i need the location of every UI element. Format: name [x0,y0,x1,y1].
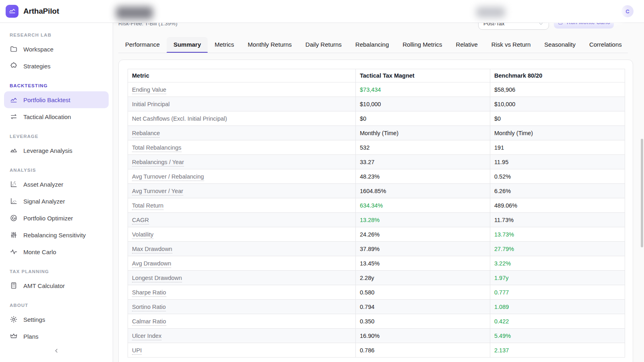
sidebar-nav: RESEARCH LAB Workspace Strategies BACKTE… [0,23,113,342]
tab-correlations[interactable]: Correlations [582,37,628,53]
user-avatar[interactable]: C [621,5,634,17]
app-title: ArthaPilot [23,7,59,16]
table-body: Ending Value $73,434 $58,906 Initial Pri… [128,82,625,358]
tab-monthly-returns[interactable]: Monthly Returns [241,37,299,53]
sidebar-item-portfolio-backtest[interactable]: Portfolio Backtest [4,91,109,108]
sidebar-item-label: Portfolio Optimizer [23,215,73,222]
metric-label-upi[interactable]: UPI [132,347,142,355]
strategy-value-cell: 0.794 [356,300,490,314]
tab-rebalancing[interactable]: Rebalancing [349,37,396,53]
tab-metrics[interactable]: Metrics [208,37,241,53]
strategy-value-cell: 634.34% [356,198,490,213]
table-row: CAGR 13.28% 11.73% [128,213,625,227]
vertical-scrollbar-thumb[interactable] [641,139,643,247]
tab-bar: Performance Summary Metrics Monthly Retu… [118,37,628,53]
tab-rolling-metrics[interactable]: Rolling Metrics [396,37,449,53]
metric-label-sortino-ratio[interactable]: Sortino Ratio [132,304,166,311]
benchmark-value-cell: 0.52% [490,169,625,184]
metric-cell: Total Rebalancings [128,140,356,155]
metric-label-rebalance[interactable]: Rebalance [132,130,160,138]
sidebar-item-asset-analyzer[interactable]: Asset Analyzer [4,176,109,193]
table-row: Initial Principal $10,000 $10,000 [128,97,625,111]
sidebar-item-plans[interactable]: Plans [4,328,109,342]
sidebar-item-amt-calculator[interactable]: AMT Calculator [4,277,109,294]
sidebar-section-heading: ANALYSIS [0,168,113,173]
tab-performance[interactable]: Performance [118,37,167,53]
benchmark-value-cell: Monthly (Time) [490,126,625,140]
table-row: UPI 0.786 2.137 [128,343,625,358]
sidebar-item-label: Workspace [23,46,54,53]
sidebar: RESEARCH LAB Workspace Strategies BACKTE… [0,23,113,362]
metric-cell: Ulcer Index [128,329,356,343]
optimizer-swirl-icon [10,214,18,222]
metric-label-avg-turnover-year[interactable]: Avg Turnover / Year [132,188,183,195]
scatter-chart-icon [10,180,18,188]
metric-cell: Ending Value [128,82,356,97]
benchmark-value-cell: 3.22% [490,256,625,271]
sidebar-item-strategies[interactable]: Strategies [4,58,109,74]
benchmark-value-cell: 489.06% [490,198,625,213]
pulse-icon [10,248,18,256]
sidebar-item-leverage-analysis[interactable]: Leverage Analysis [4,142,109,159]
sidebar-item-tactical-allocation[interactable]: Tactical Allocation [4,108,109,125]
sidebar-item-monte-carlo[interactable]: Monte Carlo [4,243,109,260]
sidebar-item-signal-analyzer[interactable]: Signal Analyzer [4,193,109,210]
sidebar-item-label: Strategies [23,63,51,70]
table-row: Total Rebalancings 532 191 [128,140,625,155]
metric-label-sharpe-ratio[interactable]: Sharpe Ratio [132,289,166,297]
benchmark-value-cell: 2.137 [490,343,625,358]
sidebar-collapse-button[interactable] [50,345,62,357]
table-row: Avg Turnover / Rebalancing 48.23% 0.52% [128,169,625,184]
metric-cell: UPI [128,343,356,358]
benchmark-value-cell: 27.79% [490,242,625,256]
table-row: Total Return 634.34% 489.06% [128,198,625,213]
metric-label-net-cashflows-excl-initial-principal[interactable]: Net Cashflows (Excl. Initial Principal) [132,115,227,122]
chart-line-icon [8,7,16,16]
chart-line-icon [10,96,18,104]
sidebar-item-rebalancing-sensitivity[interactable]: Rebalancing Sensitivity [4,226,109,243]
tab-summary[interactable]: Summary [167,37,208,53]
column-header-metric: Metric [128,69,356,82]
strategy-value-cell: 33.27 [356,155,490,169]
benchmark-value-cell: 0.777 [490,285,625,300]
sidebar-section-heading: BACKTESTING [0,83,113,88]
metric-cell: Rebalancings / Year [128,155,356,169]
benchmark-value-cell: $58,906 [490,82,625,97]
metric-label-rebalancings-year[interactable]: Rebalancings / Year [132,159,184,167]
benchmark-value-cell: 6.26% [490,184,625,198]
metric-label-volatility[interactable]: Volatility [132,231,153,239]
metric-label-initial-principal[interactable]: Initial Principal [132,101,170,107]
histogram-icon [10,197,18,205]
strategy-value-cell: $0 [356,111,490,126]
metric-label-total-return[interactable]: Total Return [132,202,163,210]
sidebar-item-portfolio-optimizer[interactable]: Portfolio Optimizer [4,210,109,226]
strategy-value-cell: 0.580 [356,285,490,300]
metric-label-ending-value[interactable]: Ending Value [132,86,166,94]
metric-label-total-rebalancings[interactable]: Total Rebalancings [132,144,182,152]
benchmark-value-cell: 5.49% [490,329,625,343]
strategy-value-cell: 24.26% [356,227,490,242]
metric-cell: Rebalance [128,126,356,140]
sidebar-section-heading: ABOUT [0,303,113,308]
tab-risk-vs-return[interactable]: Risk vs Return [485,37,538,53]
metric-label-max-drawdown[interactable]: Max Drawdown [132,246,172,253]
benchmark-value-cell: 1.089 [490,300,625,314]
tab-daily-returns[interactable]: Daily Returns [299,37,349,53]
table-row: Rebalancings / Year 33.27 11.95 [128,155,625,169]
sidebar-item-label: AMT Calculator [23,282,65,289]
metric-label-cagr[interactable]: CAGR [132,217,149,224]
sidebar-item-workspace[interactable]: Workspace [4,41,109,58]
metric-label-longest-drawdown[interactable]: Longest Drawdown [132,275,182,282]
metric-label-avg-turnover-rebalancing[interactable]: Avg Turnover / Rebalancing [132,173,204,181]
sidebar-item-settings[interactable]: Settings [4,311,109,328]
strategy-value-cell: 0.350 [356,314,490,329]
metric-label-calmar-ratio[interactable]: Calmar Ratio [132,318,166,326]
metric-label-avg-drawdown[interactable]: Avg Drawdown [132,260,171,268]
puzzle-icon [10,62,18,70]
metric-cell: Sharpe Ratio [128,285,356,300]
tab-seasonality[interactable]: Seasonality [537,37,582,53]
metric-cell: Avg Drawdown [128,256,356,271]
benchmark-value-cell: $0 [490,111,625,126]
tab-relative[interactable]: Relative [449,37,485,53]
metric-label-ulcer-index[interactable]: Ulcer Index [132,333,161,340]
